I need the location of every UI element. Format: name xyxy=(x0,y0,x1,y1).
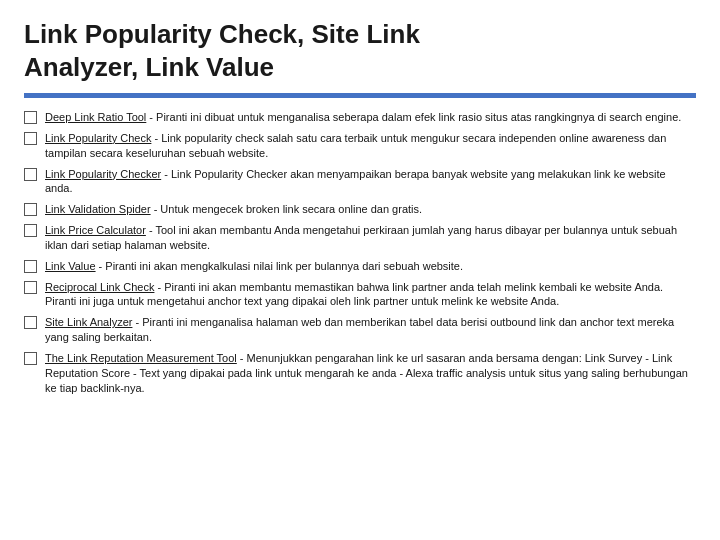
checkbox-icon xyxy=(24,281,37,294)
item-link[interactable]: Site Link Analyzer xyxy=(45,316,132,328)
list-item: Deep Link Ratio Tool - Piranti ini dibua… xyxy=(24,110,696,125)
checkbox-icon xyxy=(24,203,37,216)
item-link[interactable]: Link Value xyxy=(45,260,96,272)
item-text: Link Validation Spider - Untuk mengecek … xyxy=(45,202,696,217)
item-text: Link Popularity Checker - Link Popularit… xyxy=(45,167,696,197)
item-link[interactable]: Reciprocal Link Check xyxy=(45,281,154,293)
item-text: Reciprocal Link Check - Piranti ini akan… xyxy=(45,280,696,310)
list-item: The Link Reputation Measurement Tool - M… xyxy=(24,351,696,396)
list-item: Site Link Analyzer - Piranti ini mengana… xyxy=(24,315,696,345)
list-item: Link Price Calculator - Tool ini akan me… xyxy=(24,223,696,253)
item-text: Link Value - Piranti ini akan mengkalkul… xyxy=(45,259,696,274)
list-item: Link Popularity Check - Link popularity … xyxy=(24,131,696,161)
item-text: The Link Reputation Measurement Tool - M… xyxy=(45,351,696,396)
item-desc: - Untuk mengecek broken link secara onli… xyxy=(151,203,422,215)
item-desc: - Piranti ini akan mengkalkulasi nilai l… xyxy=(96,260,463,272)
item-text: Deep Link Ratio Tool - Piranti ini dibua… xyxy=(45,110,696,125)
checkbox-icon xyxy=(24,260,37,273)
item-link[interactable]: Deep Link Ratio Tool xyxy=(45,111,146,123)
checkbox-icon xyxy=(24,352,37,365)
list-item: Link Validation Spider - Untuk mengecek … xyxy=(24,202,696,217)
item-desc: - Piranti ini menganalisa halaman web da… xyxy=(45,316,674,343)
item-text: Link Price Calculator - Tool ini akan me… xyxy=(45,223,696,253)
blue-divider xyxy=(24,93,696,98)
item-desc: - Piranti ini dibuat untuk menganalisa s… xyxy=(146,111,681,123)
item-link[interactable]: Link Popularity Check xyxy=(45,132,151,144)
list-item: Link Value - Piranti ini akan mengkalkul… xyxy=(24,259,696,274)
checkbox-icon xyxy=(24,132,37,145)
list-item: Reciprocal Link Check - Piranti ini akan… xyxy=(24,280,696,310)
checkbox-icon xyxy=(24,224,37,237)
item-link[interactable]: Link Validation Spider xyxy=(45,203,151,215)
page-title: Link Popularity Check, Site Link Analyze… xyxy=(24,18,696,83)
checkbox-icon xyxy=(24,111,37,124)
checkbox-icon xyxy=(24,316,37,329)
item-link[interactable]: Link Popularity Checker xyxy=(45,168,161,180)
item-text: Link Popularity Check - Link popularity … xyxy=(45,131,696,161)
item-text: Site Link Analyzer - Piranti ini mengana… xyxy=(45,315,696,345)
item-link[interactable]: The Link Reputation Measurement Tool xyxy=(45,352,237,364)
items-list: Deep Link Ratio Tool - Piranti ini dibua… xyxy=(24,110,696,396)
page-container: Link Popularity Check, Site Link Analyze… xyxy=(0,0,720,540)
checkbox-icon xyxy=(24,168,37,181)
list-item: Link Popularity Checker - Link Popularit… xyxy=(24,167,696,197)
item-link[interactable]: Link Price Calculator xyxy=(45,224,146,236)
